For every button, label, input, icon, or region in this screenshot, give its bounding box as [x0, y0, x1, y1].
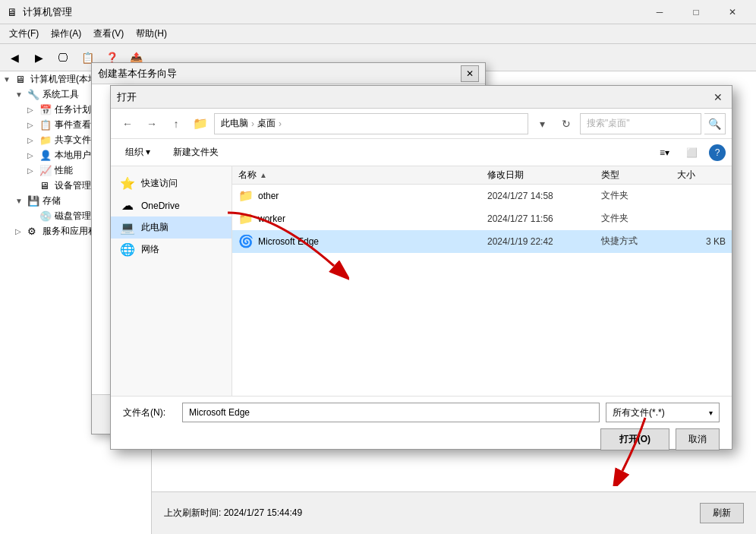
refresh-nav-button[interactable]: ↻	[556, 113, 577, 134]
view-button-2[interactable]: ⬜	[681, 144, 703, 162]
dialog-cancel-button[interactable]: 取消	[676, 428, 720, 450]
dialog-body: ⭐ 快速访问 ☁ OneDrive 💻 此电脑 🌐 网络 名称 ▲	[111, 166, 732, 396]
file-list-header: 名称 ▲ 修改日期 类型 大小	[232, 166, 732, 185]
file-type-worker: 文件夹	[595, 212, 671, 225]
expander-shared: ▷	[27, 136, 39, 144]
filetype-dropdown[interactable]: 所有文件(*.*) ▾	[606, 403, 720, 422]
maximize-button[interactable]: □	[679, 2, 713, 23]
col-header-date[interactable]: 修改日期	[481, 166, 595, 184]
dialog-title-bar: 打开 ✕	[111, 86, 732, 109]
breadcrumb-dropdown-button[interactable]: ▾	[531, 113, 553, 134]
dialog-close-button[interactable]: ✕	[710, 90, 726, 105]
expander-perf: ▷	[27, 166, 39, 175]
file-name-edge: 🌀 Microsoft Edge	[232, 234, 481, 248]
minimize-button[interactable]: ─	[642, 2, 677, 23]
col-header-name[interactable]: 名称 ▲	[232, 166, 481, 184]
breadcrumb-desktop: 桌面	[257, 117, 276, 130]
file-size-edge: 3 KB	[671, 236, 732, 247]
breadcrumb-bar[interactable]: 此电脑 › 桌面 ›	[214, 113, 528, 134]
file-type-other: 文件夹	[595, 189, 671, 202]
status-text: 上次刷新时间: 2024/1/27 15:44:49	[164, 507, 302, 520]
services-icon: ⚙	[27, 225, 39, 237]
network-icon: 🌐	[120, 242, 135, 257]
filetype-label: 所有文件(*.*)	[613, 406, 665, 419]
dialog-back-button[interactable]: ←	[117, 113, 138, 134]
nav-panel-onedrive[interactable]: ☁ OneDrive	[111, 194, 232, 216]
window-controls: ─ □ ✕	[642, 2, 750, 23]
users-icon: 👤	[39, 149, 52, 161]
wizard-close-button[interactable]: ✕	[461, 65, 479, 82]
show-hide-btn[interactable]: 🖵	[52, 47, 74, 68]
footer-buttons: 打开(O) 取消	[123, 428, 720, 450]
wizard-title-bar: 创建基本任务向导 ✕	[92, 63, 485, 84]
open-file-dialog: 打开 ✕ ← → ↑ 📁 此电脑 › 桌面 › ▾ ↻ 搜索"桌面" 🔍 组织 …	[110, 85, 732, 450]
new-folder-button[interactable]: 新建文件夹	[165, 142, 227, 163]
wizard-title-text: 创建基本任务向导	[98, 67, 461, 81]
breadcrumb-sep-2: ›	[279, 118, 282, 129]
search-placeholder: 搜索"桌面"	[587, 117, 630, 130]
expander-root: ▼	[3, 75, 15, 84]
refresh-button[interactable]: 刷新	[700, 503, 744, 523]
performance-icon: 📈	[39, 164, 52, 176]
breadcrumb-sep-1: ›	[251, 118, 254, 129]
view-button-1[interactable]: ≡▾	[654, 144, 675, 162]
file-list: 名称 ▲ 修改日期 类型 大小 📁 oth	[232, 166, 732, 396]
breadcrumb-folder-icon: 📁	[193, 116, 208, 131]
expander-services: ▷	[15, 227, 27, 235]
sidebar-label-system-tools: 系统工具	[43, 88, 79, 101]
expander-event: ▷	[27, 121, 39, 129]
file-name-worker: 📁 worker	[232, 211, 481, 226]
file-rows: 📁 other 2024/1/27 14:58 文件夹 📁 worker 202…	[232, 185, 732, 396]
nav-panel-network[interactable]: 🌐 网络	[111, 239, 232, 261]
file-name-other: 📁 other	[232, 188, 481, 203]
dialog-title: 打开	[117, 90, 710, 104]
file-row-edge[interactable]: 🌀 Microsoft Edge 2024/1/19 22:42 快捷方式 3 …	[232, 230, 732, 253]
back-button[interactable]: ◀	[3, 47, 26, 68]
disk-icon: 💿	[39, 210, 52, 222]
menu-view[interactable]: 查看(V)	[87, 25, 130, 43]
filename-input[interactable]	[182, 403, 600, 422]
menu-help[interactable]: 帮助(H)	[130, 25, 173, 43]
nav-panel-this-pc[interactable]: 💻 此电脑	[111, 216, 232, 239]
close-button[interactable]: ✕	[715, 2, 750, 23]
col-header-type[interactable]: 类型	[595, 166, 671, 184]
file-date-other: 2024/1/27 14:58	[481, 191, 595, 201]
app-icon: 🖥	[6, 6, 18, 18]
forward-button[interactable]: ▶	[27, 47, 50, 68]
task-icon: 📅	[39, 103, 52, 115]
expander-local: ▷	[27, 151, 39, 160]
onedrive-icon: ☁	[120, 198, 135, 213]
search-button[interactable]: 🔍	[704, 113, 726, 134]
help-icon-button[interactable]: ?	[709, 144, 726, 161]
organize-button[interactable]: 组织 ▾	[117, 142, 159, 163]
quick-access-icon: ⭐	[120, 176, 135, 191]
expander-task: ▷	[27, 106, 39, 114]
shortcut-icon-edge: 🌀	[238, 234, 254, 248]
dropdown-arrow-icon: ▾	[709, 409, 713, 417]
app-title: 计算机管理	[23, 5, 642, 19]
expander-system-tools: ▼	[15, 90, 27, 99]
file-row-other[interactable]: 📁 other 2024/1/27 14:58 文件夹	[232, 185, 732, 207]
file-row-worker[interactable]: 📁 worker 2024/1/27 11:56 文件夹	[232, 207, 732, 230]
device-icon: 🖥	[39, 179, 52, 191]
folder-icon-worker: 📁	[238, 211, 254, 226]
col-header-size[interactable]: 大小	[671, 166, 732, 184]
title-bar: 🖥 计算机管理 ─ □ ✕	[0, 0, 756, 24]
dialog-footer: 文件名(N): 所有文件(*.*) ▾ 打开(O) 取消	[111, 396, 732, 449]
organize-label: 组织 ▾	[125, 146, 150, 159]
menu-file[interactable]: 文件(F)	[3, 25, 45, 43]
dialog-forward-button[interactable]: →	[141, 113, 162, 134]
dialog-nav-panel: ⭐ 快速访问 ☁ OneDrive 💻 此电脑 🌐 网络	[111, 166, 232, 396]
nav-panel-quick-access[interactable]: ⭐ 快速访问	[111, 172, 232, 194]
folder-icon-other: 📁	[238, 188, 254, 203]
system-tools-icon: 🔧	[27, 88, 39, 100]
menu-action[interactable]: 操作(A)	[45, 25, 87, 43]
shared-icon: 📁	[39, 134, 52, 146]
file-type-edge: 快捷方式	[595, 235, 671, 248]
file-date-edge: 2024/1/19 22:42	[481, 236, 595, 247]
expander-storage: ▼	[15, 197, 27, 205]
status-bar: 上次刷新时间: 2024/1/27 15:44:49 刷新	[152, 491, 756, 534]
sort-arrow-name: ▲	[260, 171, 267, 179]
dialog-up-button[interactable]: ↑	[165, 113, 187, 134]
open-button[interactable]: 打开(O)	[600, 428, 669, 450]
